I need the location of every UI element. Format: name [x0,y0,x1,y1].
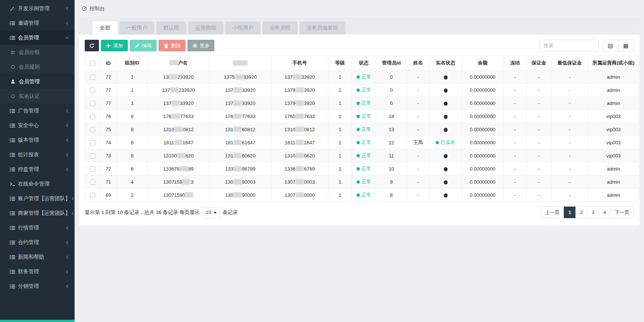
row-checkbox[interactable] [90,101,95,106]
more-button[interactable]: 更多 [187,40,214,51]
sidebar-item[interactable]: 行情管理 [0,220,75,235]
redacted-blur [169,60,178,65]
cell-operator: vip003 [588,136,639,149]
cell-admin_id: 0 [376,70,407,84]
toggle-view-button[interactable]: ▤ [602,40,618,51]
redacted-blur [233,87,242,93]
page-size-select[interactable]: 10 [202,207,220,218]
cell-margin: - [527,162,551,175]
cell-group_id: 2 [117,189,148,202]
sidebar-item[interactable]: 开发示例管理 [0,1,75,16]
table-row[interactable]: 7711373392013733920137939201正常0-0.000000… [85,97,639,110]
table-row[interactable]: 6921307159013090000130700001正常8-0.000000… [85,189,639,202]
page-button[interactable]: 2 [575,207,587,218]
cell-phone: 13070000 [271,189,328,202]
tab[interactable]: 业务员组 [262,21,298,34]
sidebar-item[interactable]: 广告管理 [0,103,75,118]
chevron-left-icon [65,270,69,274]
cell-nickname: 17677633 [210,110,271,123]
cell-margin: - [527,189,551,202]
row-checkbox[interactable] [90,140,95,145]
columns-button[interactable]: ▦ [618,40,634,51]
sidebar-subitem[interactable]: 会员分组 [0,45,75,60]
table-row[interactable]: 7581310081213160812131008121正常13-0.00000… [85,123,639,136]
sidebar-item[interactable]: 控盘管理 [0,162,75,177]
chevron-left-icon [65,138,69,142]
cell-realname [430,123,462,136]
sidebar-item[interactable]: 账户管理【运营团队】 [0,191,75,206]
sidebar-item[interactable]: 安全中心 [0,118,75,133]
table-row[interactable]: 77113233920137533920137339201正常0-0.00000… [85,70,639,84]
cell-status: 正常 [352,189,376,202]
refresh-button[interactable] [85,40,99,51]
next-page-button[interactable]: 下一页 [610,207,634,218]
row-checkbox[interactable] [90,180,95,185]
sidebar-item[interactable]: 邀请管理 [0,16,75,30]
tab[interactable]: 业务员做单组 [300,21,345,34]
sidebar-item[interactable]: 版本管理 [0,133,75,147]
row-checkbox[interactable] [90,153,95,159]
row-checkbox[interactable] [90,127,95,132]
cell-frozen: - [504,110,527,123]
sidebar-item-label: 邀请管理 [18,20,39,27]
redacted-blur [233,114,242,119]
cell-nickname: 13396789 [210,162,271,175]
sidebar-bottom-accent [0,320,75,322]
table-row[interactable]: 7261336788913396789133667891正常10-0.00000… [85,162,639,175]
sidebar-item[interactable]: 新闻和帮助 [0,250,75,264]
sidebar-item[interactable]: 在线命令管理 [0,177,75,191]
tab[interactable]: 全部 [93,21,117,34]
cell-username: 18111647 [148,136,210,149]
cell-admin_id: 9 [376,175,407,189]
cell-check [85,162,100,175]
redacted-blur [174,127,183,132]
row-checkbox[interactable] [90,88,95,93]
prev-page-button[interactable]: 上一页 [541,207,564,218]
cell-username: 17677633 [148,110,210,123]
list-icon [10,152,18,157]
table-row[interactable]: 77113723392013733920137939201正常0-0.00000… [85,84,639,97]
sidebar-item[interactable]: 商家管理【运营团队】 [0,206,75,220]
sidebar-subitem[interactable]: 实名认证 [0,89,75,103]
cell-min_margin: - [551,136,588,149]
cell-operator: admin [588,162,639,175]
status-dot-icon [356,128,360,131]
panel-body: 添加 编辑 删除 更多 ▤ ▦ ID组别ID户名手机号等级状态管理员id姓名实名… [79,34,640,226]
redacted-blur [182,179,191,184]
row-checkbox[interactable] [90,114,95,119]
row-checkbox[interactable] [90,166,95,172]
page-button[interactable]: 1 [564,207,576,218]
select-all-checkbox[interactable] [90,61,95,66]
sidebar-item[interactable]: 统计报表 [0,147,75,162]
cell-min_margin: - [551,189,588,202]
search-input[interactable] [539,40,599,51]
tab[interactable]: 一般用户 [119,21,154,34]
view-buttons: ▤ ▦ [602,40,634,51]
row-checkbox[interactable] [90,193,95,198]
table-row[interactable]: 7681767763317677633176076331正常14-0.00000… [85,110,639,123]
page-button[interactable]: 4 [599,207,611,218]
tab[interactable]: 运营商组 [188,21,223,34]
table-row[interactable]: 7481811164718161647181116471正常12王禹已实名0.0… [85,136,639,149]
add-button[interactable]: 添加 [101,40,128,51]
page-button[interactable]: 3 [587,207,599,218]
redacted-blur [295,114,304,119]
table-row[interactable]: 7381310062013160620131006201正常11-0.00000… [85,149,639,162]
sidebar-item[interactable]: 分销管理 [0,279,75,294]
row-checkbox[interactable] [90,75,95,80]
sidebar-item[interactable]: 会员管理 [0,30,75,45]
cell-id: 74 [100,136,117,149]
table-row[interactable]: 7141307159313090003130700031正常9-0.000000… [85,175,639,189]
sidebar-subitem[interactable]: 会员管理 [0,74,75,89]
sidebar-item[interactable]: 财务管理 [0,264,75,279]
sidebar-subitem[interactable]: 会员规则 [0,60,75,74]
sidebar-item[interactable]: 合约管理 [0,235,75,250]
cell-phone: 17607633 [271,110,328,123]
cell-group_id: 8 [117,110,148,123]
cell-operator: vip003 [588,149,639,162]
delete-button[interactable]: 删除 [159,40,186,51]
edit-button[interactable]: 编辑 [130,40,157,51]
tab[interactable]: 默认组 [156,21,186,34]
chevron-left-icon [70,196,75,201]
tab[interactable]: 小组用户 [225,21,261,34]
